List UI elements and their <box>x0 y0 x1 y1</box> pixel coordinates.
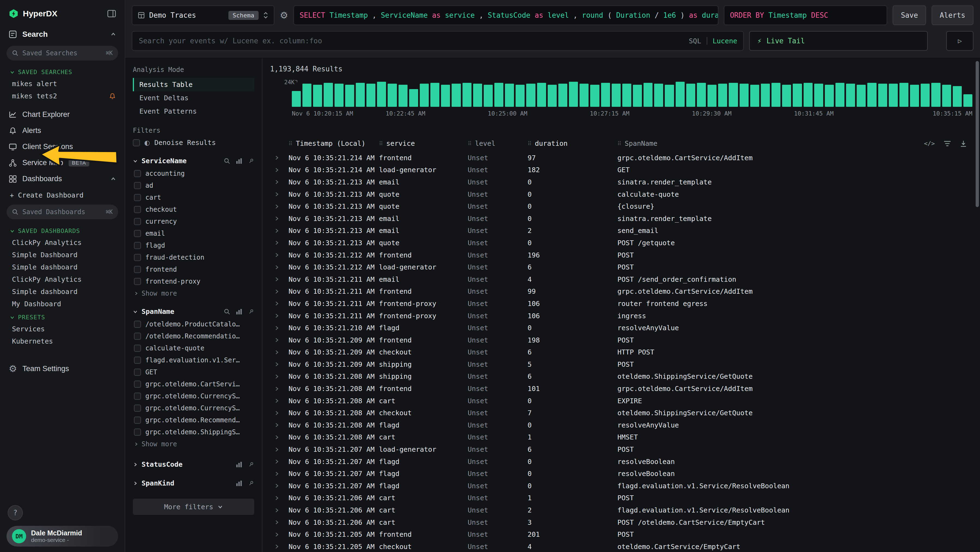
save-button[interactable]: Save <box>892 5 926 25</box>
histogram-bar[interactable] <box>676 82 685 107</box>
histogram-bar[interactable] <box>356 83 365 107</box>
sidebar-preset-item[interactable]: Services <box>0 323 125 335</box>
facet-statuscode-header[interactable]: StatusCode <box>133 458 254 471</box>
histogram-bar[interactable] <box>569 82 578 107</box>
column-header-duration[interactable]: ⠿duration <box>528 139 617 147</box>
table-row[interactable]: Nov 6 10:35:21.213 AM quote Unset 0 calc… <box>270 188 975 201</box>
table-row[interactable]: Nov 6 10:35:21.208 AM shipping Unset 6 o… <box>270 370 975 383</box>
facet-option[interactable]: flagd <box>133 239 254 252</box>
column-drag-handle[interactable]: ⠿ <box>288 140 293 147</box>
table-row[interactable]: Nov 6 10:35:21.213 AM quote Unset 0 POST… <box>270 237 975 249</box>
histogram-bar[interactable] <box>750 85 759 107</box>
facet-servicename-header[interactable]: ServiceName <box>133 154 254 168</box>
checkbox[interactable] <box>134 218 141 225</box>
facet-option[interactable]: flagd.evaluation.v1.Ser… <box>133 354 254 366</box>
histogram-bar[interactable] <box>505 84 514 107</box>
checkbox[interactable] <box>134 381 141 388</box>
row-expand-icon[interactable] <box>270 252 288 257</box>
chart-icon[interactable] <box>236 461 242 468</box>
sidebar-item-service-map[interactable]: Service Map BETA <box>0 155 125 171</box>
checkbox[interactable] <box>134 345 141 352</box>
histogram-bar[interactable] <box>324 83 332 107</box>
row-expand-icon[interactable] <box>270 192 288 197</box>
histogram-bar[interactable] <box>345 85 354 107</box>
histogram-bar[interactable] <box>654 84 663 107</box>
histogram-bar[interactable] <box>420 84 429 107</box>
histogram-bar[interactable] <box>686 84 695 107</box>
histogram-bar[interactable] <box>942 85 951 107</box>
order-by-editor[interactable]: ORDER BY Timestamp DESC <box>724 5 887 25</box>
code-view-icon[interactable]: </> <box>924 140 935 147</box>
table-row[interactable]: Nov 6 10:35:21.207 AM load-generator Uns… <box>270 443 975 456</box>
row-expand-icon[interactable] <box>270 483 288 488</box>
facet-option[interactable]: frontend-proxy <box>133 276 254 287</box>
row-expand-icon[interactable] <box>270 398 288 403</box>
row-expand-icon[interactable] <box>270 180 288 185</box>
row-expand-icon[interactable] <box>270 496 288 501</box>
histogram-bar[interactable] <box>526 84 535 107</box>
table-row[interactable]: Nov 6 10:35:21.212 AM frontend Unset 196… <box>270 249 975 261</box>
row-expand-icon[interactable] <box>270 435 288 440</box>
histogram-bar[interactable] <box>409 89 418 107</box>
histogram-bar[interactable] <box>377 82 386 107</box>
saved-dashboards-input[interactable]: Saved Dashboards ⌘K <box>6 204 118 219</box>
histogram-bar[interactable] <box>612 84 620 107</box>
facet-option[interactable]: grpc.oteldemo.Recommend… <box>133 414 254 426</box>
saved-dashboards-header[interactable]: SAVED DASHBOARDS <box>0 224 125 236</box>
row-expand-icon[interactable] <box>270 386 288 391</box>
histogram-bar[interactable] <box>899 83 908 107</box>
table-row[interactable]: Nov 6 10:35:21.207 AM flagd Unset 0 flag… <box>270 480 975 492</box>
row-expand-icon[interactable] <box>270 313 288 318</box>
sidebar-item-chart-explorer[interactable]: Chart Explorer <box>0 107 125 123</box>
table-row[interactable]: Nov 6 10:35:21.214 AM frontend Unset 97 … <box>270 152 975 164</box>
histogram-bar[interactable] <box>803 83 813 107</box>
histogram-bar[interactable] <box>463 83 471 107</box>
row-expand-icon[interactable] <box>270 325 288 330</box>
histogram-bar[interactable] <box>910 85 919 107</box>
facet-option[interactable]: /oteldemo.Recommendatio… <box>133 330 254 342</box>
histogram-bar[interactable] <box>708 85 716 107</box>
table-row[interactable]: Nov 6 10:35:21.208 AM flagd Unset 0 reso… <box>270 419 975 431</box>
table-row[interactable]: Nov 6 10:35:21.205 AM checkout Unset 4 o… <box>270 541 975 552</box>
presets-header[interactable]: PRESETS <box>0 310 125 323</box>
checkbox[interactable] <box>134 230 141 237</box>
histogram-bar[interactable] <box>963 94 972 107</box>
pin-icon[interactable] <box>247 156 256 166</box>
facet-option[interactable]: email <box>133 228 254 239</box>
sidebar-preset-item[interactable]: Kubernetes <box>0 335 125 348</box>
results-histogram[interactable]: 24K <box>270 82 972 107</box>
row-expand-icon[interactable] <box>270 277 288 282</box>
histogram-bar[interactable] <box>814 84 823 107</box>
row-expand-icon[interactable] <box>270 362 288 367</box>
analysis-mode-results-table[interactable]: Results Table <box>133 78 254 91</box>
checkbox[interactable] <box>134 278 141 285</box>
checkbox[interactable] <box>134 321 141 328</box>
source-select[interactable]: Demo Traces Schema <box>132 5 274 25</box>
table-row[interactable]: Nov 6 10:35:21.213 AM email Unset 0 sina… <box>270 176 975 188</box>
column-drag-handle[interactable]: ⠿ <box>379 140 383 147</box>
checkbox[interactable] <box>134 170 141 177</box>
table-row[interactable]: Nov 6 10:35:21.208 AM cart Unset 1 HMSET <box>270 431 975 444</box>
user-menu[interactable]: DM Dale McDiarmid demo-service - <box>6 526 118 547</box>
histogram-bar[interactable] <box>334 84 344 107</box>
histogram-bar[interactable] <box>835 83 845 107</box>
sidebar-dashboard-item[interactable]: ClickPy Analytics <box>0 273 125 286</box>
sql-select-editor[interactable]: SELECT Timestamp, ServiceName as service… <box>293 5 718 25</box>
column-header-level[interactable]: ⠿level <box>468 139 528 147</box>
saved-searches-header[interactable]: SAVED SEARCHES <box>0 65 125 78</box>
checkbox[interactable] <box>134 416 141 424</box>
histogram-bar[interactable] <box>601 83 610 107</box>
histogram-bar[interactable] <box>430 83 439 107</box>
histogram-bar[interactable] <box>292 91 301 107</box>
histogram-bar[interactable] <box>644 83 652 107</box>
table-row[interactable]: Nov 6 10:35:21.213 AM email Unset 0 sina… <box>270 212 975 225</box>
row-density-icon[interactable] <box>943 140 951 147</box>
table-row[interactable]: Nov 6 10:35:21.208 AM cart Unset 0 EXPIR… <box>270 395 975 407</box>
histogram-bar[interactable] <box>857 85 865 107</box>
help-button[interactable]: ? <box>8 505 23 520</box>
row-expand-icon[interactable] <box>270 350 288 355</box>
histogram-bar[interactable] <box>921 84 930 107</box>
facet-option[interactable]: cart <box>133 191 254 204</box>
row-expand-icon[interactable] <box>270 216 288 221</box>
histogram-bar[interactable] <box>772 83 780 107</box>
